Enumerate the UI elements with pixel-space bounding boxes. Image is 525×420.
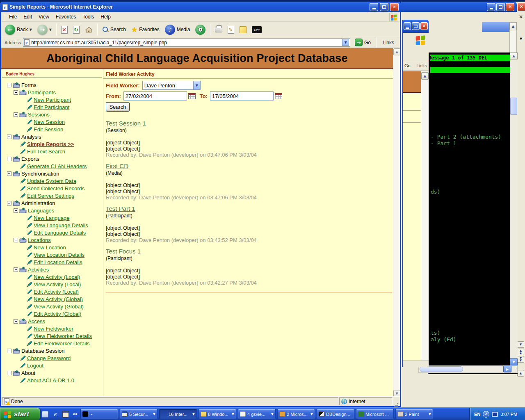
maximize-button[interactable]	[412, 22, 419, 30]
tree-item[interactable]: About	[1, 369, 103, 377]
field-worker-select[interactable]: Dave Penton ▼	[142, 81, 201, 90]
tree-item[interactable]: Simple Reports >>	[1, 140, 103, 148]
tree-item-label[interactable]: Edit Language Details	[34, 230, 86, 236]
tree-item-label[interactable]: Languages	[28, 208, 54, 214]
tree-item[interactable]: Activities	[1, 266, 103, 273]
result-title-link[interactable]: Test Session 1	[106, 120, 146, 127]
favorites-button[interactable]: ★ Favorites	[129, 25, 162, 34]
tree-item[interactable]: New Location	[1, 244, 103, 251]
tree-item[interactable]: About ACLA-DB 1.0	[1, 377, 103, 384]
search-button[interactable]: Search	[100, 25, 128, 34]
taskbar-button[interactable]: 8 Windo... ▼	[199, 409, 236, 419]
tree-item-label[interactable]: About	[21, 370, 35, 376]
tree-collapse-box[interactable]	[7, 171, 11, 176]
background-window-titlebar[interactable]: ✕	[401, 2, 517, 12]
home-button[interactable]	[83, 26, 95, 34]
tree-item-label[interactable]: View Location Details	[34, 252, 84, 258]
internet-explorer-icon[interactable]: e	[52, 411, 59, 418]
scroll-down-button[interactable]: ▼	[517, 341, 524, 348]
print-button[interactable]	[213, 26, 224, 33]
taskbar-button[interactable]: Microsoft ... ▼	[356, 409, 394, 419]
tree-collapse-box[interactable]	[7, 349, 11, 353]
result-title-link[interactable]: Test Part 1	[106, 205, 135, 212]
tree-item-label[interactable]: Synchronisation	[21, 171, 59, 177]
tree-item-label[interactable]: New Fieldworker	[34, 326, 73, 332]
display-tray-icon[interactable]	[492, 412, 498, 417]
tree-item-label[interactable]: Send Collected Records	[27, 185, 84, 192]
result-title-link[interactable]: Test Focus 1	[106, 248, 141, 255]
tree-item[interactable]: New Activity (Local)	[1, 273, 103, 281]
chevron-down-icon[interactable]: ▼	[49, 28, 52, 32]
scroll-down-button[interactable]: ▼	[510, 358, 518, 366]
messenger-button[interactable]	[237, 25, 249, 34]
tree-item[interactable]: Locations	[1, 236, 103, 244]
tree-collapse-box[interactable]	[7, 371, 11, 375]
tree-item[interactable]: New Language	[1, 214, 103, 221]
tree-item[interactable]: Edit Session	[1, 126, 103, 133]
tree-item-label[interactable]: Edit Location Details	[34, 259, 82, 265]
tree-item[interactable]: New Activity (Global)	[1, 295, 103, 303]
tree-item[interactable]: Update System Data	[1, 177, 103, 185]
tree-item[interactable]: Generate CLAN Headers	[1, 162, 103, 170]
go-button[interactable]: Go	[404, 63, 411, 68]
tree-collapse-box[interactable]	[14, 238, 18, 242]
minimize-button[interactable]	[404, 22, 411, 30]
tree-item[interactable]: Exports	[1, 155, 103, 162]
tree-item-label[interactable]: New Location	[34, 244, 66, 251]
chevron-down-icon[interactable]: ▼	[429, 412, 431, 416]
tree-item[interactable]: New Fieldworker	[1, 325, 103, 332]
tree-item[interactable]: Analysis	[1, 133, 103, 140]
menu-item[interactable]: Help	[97, 13, 114, 21]
calendar-icon[interactable]	[188, 93, 196, 99]
tree-item-label[interactable]: Edit Activity (Local)	[34, 289, 79, 295]
tree-item[interactable]: Edit Server Settings	[1, 192, 103, 199]
tree-item[interactable]: New Participant	[1, 96, 103, 103]
tree-item-label[interactable]: Exports	[21, 156, 39, 162]
tree-item-label[interactable]: Forms	[21, 82, 37, 88]
taskbar-button[interactable]: 16 Inter... ▼	[159, 409, 197, 419]
quick-launch-overflow-chevron[interactable]: >>	[73, 412, 78, 416]
chevron-down-icon[interactable]: ▼	[271, 412, 274, 416]
tree-item-label[interactable]: Edit Server Settings	[27, 193, 74, 199]
scroll-up-button[interactable]: ▲	[510, 52, 518, 59]
close-button[interactable]: ✕	[390, 3, 399, 11]
tree-item-label[interactable]: Edit Session	[34, 126, 63, 132]
links-menu[interactable]: Links	[380, 40, 398, 46]
tree-item-label[interactable]: Analysis	[21, 134, 41, 140]
maximize-button[interactable]	[496, 3, 505, 11]
scroll-right-button[interactable]: ▶	[503, 366, 511, 372]
tree-item-label[interactable]: View Activity (Local)	[34, 281, 81, 288]
menu-item[interactable]: File	[6, 13, 20, 21]
tree-item-label[interactable]: Activities	[28, 267, 49, 273]
tree-item[interactable]: Edit Language Details	[1, 229, 103, 236]
page-scrollbar[interactable]: ▲ ▼	[393, 48, 400, 397]
tree-item[interactable]: Access	[1, 317, 103, 325]
chevron-down-icon[interactable]: ▼	[153, 412, 155, 416]
tree-item[interactable]: Administration	[1, 199, 103, 207]
chevron-down-icon[interactable]: ▼	[192, 412, 195, 416]
result-title-link[interactable]: First CD	[106, 162, 128, 169]
tree-item[interactable]: Edit Activity (Local)	[1, 288, 103, 295]
resize-grip[interactable]	[393, 398, 399, 405]
tree-collapse-box[interactable]	[14, 112, 18, 117]
tree-item[interactable]: View Activity (Global)	[1, 303, 103, 310]
go-button[interactable]: → Go	[352, 39, 373, 46]
tree-item-label[interactable]: Logout	[27, 363, 43, 369]
menu-item[interactable]: View	[35, 13, 52, 21]
hide-icons-chevron[interactable]: <	[483, 411, 489, 418]
search-submit-button[interactable]: Search	[106, 102, 130, 112]
tree-item[interactable]: Edit Participant	[1, 103, 103, 111]
tree-item[interactable]: View Location Details	[1, 251, 103, 258]
tree-item[interactable]: Sessions	[1, 111, 103, 118]
address-dropdown-button[interactable]: ▼	[342, 39, 349, 46]
tree-item-label[interactable]: Update System Data	[27, 178, 76, 184]
show-desktop-icon[interactable]	[42, 411, 48, 418]
tree-collapse-box[interactable]	[14, 90, 18, 95]
stop-button[interactable]: ✕	[59, 25, 70, 34]
tree-collapse-box[interactable]	[7, 135, 11, 139]
tree-item[interactable]: Database Session	[1, 347, 103, 354]
taskbar-button[interactable]: DBDesign... ▼	[317, 409, 354, 419]
tree-item-label[interactable]: Sessions	[28, 112, 50, 118]
tree-item-label[interactable]: About ACLA-DB 1.0	[27, 377, 74, 383]
refresh-button[interactable]: ↻	[71, 25, 82, 34]
